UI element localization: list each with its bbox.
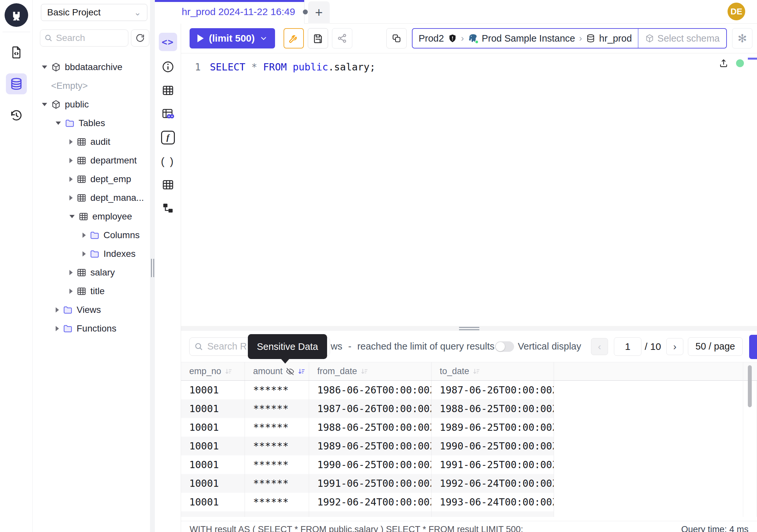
tree-item-department[interactable]: department	[33, 151, 150, 170]
caret-right-icon[interactable]	[70, 270, 73, 275]
column-header-amount[interactable]: amount	[245, 362, 309, 380]
masked-data-icon[interactable]	[159, 106, 177, 122]
caret-right-icon[interactable]	[56, 307, 59, 313]
caret-right-icon[interactable]	[56, 326, 59, 331]
table-row[interactable]: 10001******1989-06-25T00:00:00Z1990-06-2…	[181, 437, 757, 455]
scroll-overview-mark	[748, 58, 757, 60]
tree-item-public[interactable]: public	[33, 95, 150, 114]
sidebar-resize-handle[interactable]	[150, 0, 155, 532]
save-sheet-button[interactable]	[308, 28, 328, 48]
format-sql-button[interactable]	[284, 28, 304, 48]
column-header-from-date[interactable]: from_date	[309, 362, 432, 380]
page-total: / 10	[645, 341, 661, 352]
sidebar-search-input[interactable]	[56, 33, 118, 43]
table-row[interactable]: 10001******1993-06-24T00:00:00Z1994-06-2…	[181, 511, 757, 517]
database-icon	[586, 34, 595, 43]
external-tables-panel-icon[interactable]	[159, 177, 177, 193]
page-size-select[interactable]: 50 / page	[688, 337, 742, 356]
table-row[interactable]: 10001******1986-06-26T00:00:00Z1987-06-2…	[181, 381, 757, 399]
procedures-panel-icon[interactable]: ( )	[159, 153, 177, 169]
column-header-to-date[interactable]: to_date	[432, 362, 554, 380]
sensitive-data-tooltip: Sensitive Data	[248, 334, 327, 359]
instance-label: Prod Sample Instance	[482, 33, 575, 44]
panel-resize-handle[interactable]	[181, 326, 757, 331]
refresh-icon	[136, 33, 145, 43]
next-page-button[interactable]: ›	[666, 338, 683, 355]
caret-right-icon[interactable]	[70, 289, 73, 294]
column-header-emp-no[interactable]: emp_no	[181, 362, 245, 380]
batch-mode-button[interactable]	[386, 28, 407, 48]
tree-item-employee[interactable]: employee	[33, 207, 150, 226]
caret-down-icon[interactable]	[42, 103, 47, 106]
connection-breadcrumb[interactable]: Prod2 › Prod Sampl	[412, 28, 727, 48]
prev-page-button[interactable]: ‹	[591, 338, 608, 355]
tree-item-functions[interactable]: Functions	[33, 319, 150, 338]
sort-icon-active[interactable]	[298, 367, 306, 375]
table-row[interactable]: 10001******1988-06-25T00:00:00Z1989-06-2…	[181, 418, 757, 437]
vertical-display-toggle[interactable]	[495, 341, 514, 352]
sort-icon[interactable]	[472, 367, 480, 375]
tree-label: bbdataarchive	[65, 62, 122, 73]
sql-editor-area[interactable]: 1 SELECT * FROM public.salary;	[181, 53, 757, 326]
new-tab-button[interactable]: +	[308, 1, 330, 24]
sidebar-search[interactable]	[40, 29, 128, 47]
select-schema-button[interactable]: Select schema	[638, 29, 726, 48]
ai-assistant-button[interactable]: ✻	[732, 28, 752, 48]
editor-side-strip: <> f ( )	[155, 24, 181, 532]
folder-icon	[65, 118, 75, 128]
caret-right-icon[interactable]	[70, 158, 73, 163]
tree-label: public	[65, 99, 89, 110]
caret-right-icon[interactable]	[82, 233, 86, 238]
table-row[interactable]: 10001******1987-06-26T00:00:00Z1988-06-2…	[181, 399, 757, 418]
user-avatar[interactable]: DE	[728, 3, 745, 20]
tree-item-columns[interactable]: Columns	[33, 226, 150, 244]
table-row[interactable]: 10001******1990-06-25T00:00:00Z1991-06-2…	[181, 455, 757, 474]
table-row[interactable]: 10001******1991-06-25T00:00:00Z1992-06-2…	[181, 474, 757, 493]
tables-panel-icon[interactable]	[159, 82, 177, 98]
functions-panel-icon[interactable]: f	[159, 130, 177, 145]
chevron-down-icon[interactable]	[260, 35, 267, 42]
caret-down-icon[interactable]	[42, 66, 47, 69]
caret-right-icon[interactable]	[82, 251, 86, 257]
sql-code-panel-icon[interactable]: <>	[159, 33, 177, 51]
code-line-1[interactable]: 1 SELECT * FROM public.salary;	[181, 53, 757, 74]
refresh-button[interactable]	[131, 29, 149, 47]
run-query-button[interactable]: (limit 500)	[190, 28, 275, 48]
caret-down-icon[interactable]	[70, 215, 75, 218]
upload-icon[interactable]	[719, 59, 728, 68]
play-icon	[197, 34, 204, 42]
sort-icon[interactable]	[225, 367, 232, 375]
search-icon	[194, 342, 203, 351]
save-icon	[313, 33, 323, 44]
history-icon[interactable]	[6, 105, 27, 126]
worksheet-tab[interactable]: hr_prod 2024-11-22 16:49	[155, 0, 305, 24]
caret-right-icon[interactable]	[70, 176, 73, 182]
ai-assistant-icon: ✻	[738, 32, 747, 45]
info-icon[interactable]	[159, 59, 177, 75]
table-row[interactable]: 10001******1992-06-24T00:00:00Z1993-06-2…	[181, 493, 757, 511]
caret-down-icon[interactable]	[56, 121, 61, 125]
page-input[interactable]	[614, 337, 641, 356]
tree-item-audit[interactable]: audit	[33, 132, 150, 151]
tree-item-views[interactable]: Views	[33, 300, 150, 319]
tree-item-tables[interactable]: Tables	[33, 114, 150, 132]
worksheet-icon[interactable]	[6, 42, 27, 63]
schema-diagram-icon[interactable]	[159, 201, 177, 216]
scrollbar-thumb[interactable]	[748, 365, 752, 407]
sort-icon[interactable]	[360, 367, 368, 375]
tree-item-bbdataarchive[interactable]: bbdataarchive	[33, 58, 150, 76]
export-button[interactable]	[749, 335, 757, 359]
project-select[interactable]: Basic Project ⌄	[41, 4, 147, 21]
results-summary: ws - reached the limit of query results	[331, 341, 495, 352]
tree-item-dept-emp[interactable]: dept_emp	[33, 170, 150, 188]
tree-item-dept-manager[interactable]: dept_mana...	[33, 188, 150, 207]
share-sheet-button[interactable]	[332, 28, 352, 48]
tree-item-indexes[interactable]: Indexes	[33, 244, 150, 263]
tree-item-title[interactable]: title	[33, 282, 150, 300]
caret-right-icon[interactable]	[70, 195, 73, 201]
caret-right-icon[interactable]	[70, 139, 73, 144]
eye-off-icon[interactable]	[286, 367, 294, 376]
bytebase-logo[interactable]	[5, 3, 28, 27]
database-panel-icon[interactable]	[6, 73, 27, 94]
tree-item-salary[interactable]: salary	[33, 263, 150, 282]
